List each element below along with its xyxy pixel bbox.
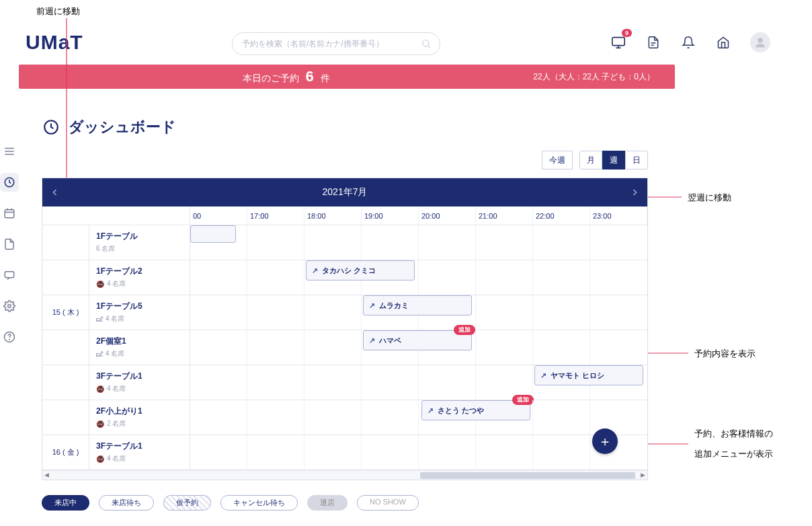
legend-waiting[interactable]: 来店待ち [99,495,154,511]
grid-cell[interactable] [533,330,590,365]
table-capacity: 🚭4 名席 [96,454,183,463]
chat-icon[interactable] [0,266,19,285]
external-link-icon: ↗ [540,371,546,380]
reservation-block-empty[interactable] [190,225,236,243]
external-link-icon: ↗ [369,336,375,345]
grid-cell[interactable] [247,260,304,295]
table-cell[interactable]: 3Fテーブル1 🚭4 名席 [89,365,190,400]
grid-cell[interactable] [190,400,247,435]
grid-cell[interactable] [247,295,304,330]
segment-month[interactable]: 月 [579,151,602,170]
help-icon[interactable] [0,328,19,346]
grid-cell[interactable] [533,260,590,295]
grid-cell[interactable]: ↗ ムラカミ [362,295,419,330]
range-segment: 月 週 日 [579,151,648,170]
grid-cell[interactable] [476,260,533,295]
dashboard-icon[interactable] [0,173,19,192]
segment-day[interactable]: 日 [625,151,648,170]
grid-cell[interactable]: ↗ タカハシ クミコ [304,260,362,295]
no-smoking-icon: 🚭 [96,420,104,428]
grid-cell[interactable] [304,435,362,469]
grid-cell[interactable] [476,225,533,260]
grid-cell[interactable] [590,295,647,330]
fab-add-button[interactable]: ＋ [592,428,618,454]
grid-cell[interactable] [590,365,647,400]
grid-cell[interactable] [362,365,419,400]
grid-cell[interactable] [419,225,476,260]
table-cell[interactable]: 1Fテーブル5 🛋4 名席 [89,295,190,330]
scroll-left-icon[interactable]: ◀ [44,472,49,478]
grid-cell[interactable]: ↗ さとう たつや 追加 [419,400,476,435]
grid-cell[interactable] [247,365,304,400]
grid-cell[interactable] [304,295,362,330]
grid-cell[interactable]: ↗ ヤマモト ヒロシ [533,365,590,400]
grid-cell[interactable] [247,400,304,435]
grid-cell[interactable] [304,330,362,365]
grid-cell[interactable]: ↗ ハマベ 追加 [362,330,419,365]
table-capacity: 🛋4 名席 [96,349,183,359]
table-cell[interactable]: 2F個室1 🛋4 名席 [89,330,190,365]
grid-cell[interactable] [476,400,533,435]
this-week-button[interactable]: 今週 [542,151,573,170]
menu-icon[interactable] [0,142,19,161]
file-icon[interactable] [0,235,19,254]
scroll-thumb[interactable] [420,472,635,479]
grid-cell[interactable] [419,365,476,400]
segment-week[interactable]: 週 [602,151,625,170]
grid-cell[interactable] [190,365,247,400]
page-title: ダッシュボード [42,117,809,137]
prev-week-button[interactable] [42,178,68,206]
grid-cell[interactable] [304,400,362,435]
grid-cell[interactable] [190,330,247,365]
grid-cell[interactable] [590,260,647,295]
next-week-button[interactable] [622,178,647,206]
grid-cell[interactable] [190,435,247,469]
table-cell[interactable]: 1Fテーブル2 🚭4 名席 [89,260,190,295]
gear-icon[interactable] [0,297,19,315]
grid-cell[interactable] [304,225,362,260]
monitor-icon[interactable]: 9 [610,34,626,50]
horizontal-scrollbar[interactable]: ◀ ▶ [42,470,647,480]
grid-cell[interactable] [362,225,419,260]
document-icon[interactable] [645,34,661,50]
table-cell[interactable]: 2F小上がり1 🚭2 名席 [89,400,190,435]
grid-cell[interactable] [533,295,590,330]
grid-cell[interactable] [247,225,304,260]
banner-pre: 本日のご予約 [243,73,299,83]
grid-cell[interactable] [362,435,419,469]
grid-cell[interactable] [419,260,476,295]
grid-cell[interactable] [419,435,476,469]
avatar[interactable] [750,32,770,52]
calendar-icon[interactable] [0,204,19,223]
grid-cell[interactable] [419,330,476,365]
home-icon[interactable] [715,34,731,50]
grid-cell[interactable] [533,400,590,435]
table-cell[interactable]: 1Fテーブル 6 名席 [89,225,190,260]
legend-left[interactable]: 退店 [307,495,348,511]
grid-cell[interactable] [304,365,362,400]
sidebar-rail [0,65,19,511]
grid-cell[interactable] [590,225,647,260]
grid-cell[interactable] [476,435,533,469]
scroll-right-icon[interactable]: ▶ [641,472,645,478]
search-input[interactable]: 予約を検索（名前/名前カナ/携帯番号） [232,32,440,55]
grid-cell[interactable] [476,295,533,330]
grid-cell[interactable] [590,330,647,365]
grid-cell[interactable] [247,330,304,365]
svg-rect-24 [5,272,14,278]
grid-cell[interactable] [362,260,419,295]
legend-cancel-wait[interactable]: キャンセル待ち [220,495,298,511]
bell-icon[interactable] [680,34,696,50]
grid-cell[interactable] [533,435,590,469]
grid-cell[interactable] [476,330,533,365]
grid-cell[interactable] [362,400,419,435]
grid-cell[interactable] [247,435,304,469]
table-cell[interactable]: 3Fテーブル1 🚭4 名席 [89,435,190,469]
legend-tentative[interactable]: 仮予約 [163,495,211,511]
grid-cell[interactable] [190,225,247,260]
grid-cell[interactable] [190,260,247,295]
legend-noshow[interactable]: NO SHOW [357,495,419,511]
grid-cell[interactable] [533,225,590,260]
legend-instore[interactable]: 来店中 [42,495,89,511]
grid-cell[interactable] [190,295,247,330]
